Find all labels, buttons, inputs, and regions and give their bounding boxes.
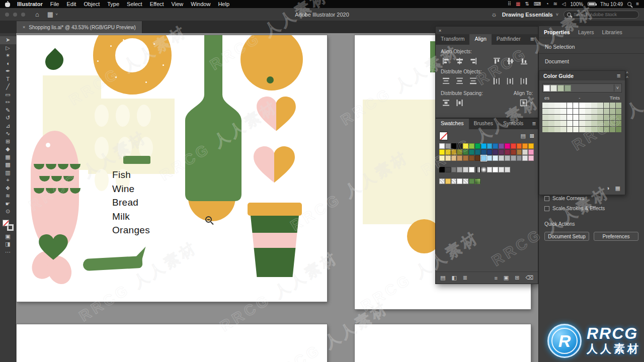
align-tab-transform[interactable]: Transform	[436, 34, 469, 45]
more-tools-icon[interactable]: ⋯	[0, 248, 16, 256]
align-horizontal-center-icon[interactable]	[454, 56, 465, 66]
distribute-vertical-top-icon[interactable]	[441, 76, 451, 86]
green-heart-shape[interactable]	[39, 234, 68, 260]
swatch[interactable]	[528, 143, 534, 149]
tint-swatch[interactable]	[616, 103, 622, 108]
wifi-icon[interactable]: ≋	[553, 1, 557, 7]
swatch[interactable]	[505, 155, 510, 161]
tint-swatch[interactable]	[610, 121, 616, 126]
scale-corners-checkbox[interactable]	[544, 196, 549, 201]
tint-swatch[interactable]	[573, 127, 579, 132]
window-controls[interactable]	[5, 13, 25, 17]
shopping-list-item[interactable]: Milk	[112, 210, 150, 224]
swatch[interactable]	[469, 149, 474, 155]
tint-swatch[interactable]	[560, 127, 567, 132]
dock-tab-properties[interactable]: Properties	[544, 29, 570, 35]
apple-menu-icon[interactable]	[5, 1, 10, 7]
swatch[interactable]	[481, 155, 487, 161]
tint-swatch[interactable]	[567, 103, 573, 108]
dock-tab-libraries[interactable]: Libraries	[602, 29, 622, 35]
tint-swatch[interactable]	[579, 109, 585, 114]
swatch[interactable]	[451, 155, 457, 161]
document-setup-button[interactable]: Document Setup	[544, 232, 589, 241]
shaper-tool[interactable]: ✎	[0, 107, 16, 115]
volume-icon[interactable]: ◁	[562, 1, 566, 7]
align-tab-pathfinder[interactable]: Pathfinder	[492, 34, 526, 45]
swatch[interactable]	[528, 149, 534, 155]
arrange-chevron-icon[interactable]: ˅	[55, 12, 58, 17]
blend-tool[interactable]: ❖	[0, 185, 16, 193]
tint-swatch[interactable]	[548, 127, 554, 132]
tint-swatch[interactable]	[567, 121, 573, 126]
tint-swatch[interactable]	[579, 115, 585, 120]
menu-effect[interactable]: Effect	[150, 1, 164, 7]
swatch[interactable]	[481, 149, 487, 155]
menu-object[interactable]: Object	[84, 1, 100, 7]
tint-swatch[interactable]	[597, 109, 603, 114]
input-source-icon[interactable]: ⠿	[508, 1, 511, 7]
tint-swatch[interactable]	[610, 115, 616, 120]
dock-tab-layers[interactable]: Layers	[578, 29, 594, 35]
swatch[interactable]	[457, 143, 462, 149]
grid-view-icon[interactable]: ⊞	[530, 133, 534, 139]
align-to-button[interactable]: ˅	[518, 98, 533, 108]
swatch[interactable]	[517, 143, 522, 149]
distribute-vertical-center-icon[interactable]	[454, 76, 465, 86]
color-guide-swatch[interactable]	[565, 85, 571, 92]
donut-shape[interactable]	[93, 35, 172, 95]
swatch[interactable]	[475, 149, 480, 155]
swatch[interactable]	[439, 167, 445, 172]
bulb-icon[interactable]: ☼	[491, 11, 497, 18]
menu-window[interactable]: Window	[191, 1, 210, 7]
swatch[interactable]	[511, 143, 516, 149]
swatch[interactable]	[439, 149, 445, 155]
swatch[interactable]	[511, 149, 516, 155]
magic-wand-tool[interactable]: ✶	[0, 52, 16, 60]
align-vertical-top-icon[interactable]	[492, 56, 502, 66]
swatch[interactable]	[451, 149, 457, 155]
swatch[interactable]	[493, 167, 498, 172]
tint-swatch[interactable]	[604, 121, 610, 126]
swatch[interactable]	[463, 149, 468, 155]
eyedropper-tool[interactable]: ⌖	[0, 176, 16, 185]
width-tool[interactable]: ∿	[0, 130, 16, 138]
align-panel-menu-icon[interactable]: ≣	[527, 34, 538, 45]
tint-swatch[interactable]	[560, 115, 567, 120]
tint-swatch[interactable]	[548, 115, 554, 120]
hand-tool[interactable]: ☛	[0, 200, 16, 208]
coffee-cup-body[interactable]	[251, 216, 299, 277]
tint-swatch[interactable]	[567, 109, 573, 114]
new-color-group-icon[interactable]: ▣	[504, 275, 509, 281]
selection-tool[interactable]: ➤	[0, 36, 16, 44]
close-tab-icon[interactable]: ×	[23, 25, 25, 30]
keyboard-icon[interactable]: ⌨	[534, 1, 541, 7]
artboard-1[interactable]: FishWineBreadMilkOranges	[17, 35, 327, 302]
menu-view[interactable]: View	[172, 1, 184, 7]
tint-swatch[interactable]	[585, 115, 591, 120]
tint-swatch[interactable]	[573, 103, 579, 108]
swatch[interactable]	[469, 167, 474, 172]
horizontal-distribute-space-icon[interactable]	[454, 98, 465, 108]
swatch[interactable]	[451, 178, 457, 184]
tint-swatch[interactable]	[610, 109, 616, 114]
tint-swatch[interactable]	[597, 121, 603, 126]
perspective-grid-tool[interactable]: ▦	[0, 153, 16, 161]
swatch[interactable]	[451, 143, 457, 149]
coffee-cup-lid[interactable]	[248, 203, 302, 216]
tint-swatch[interactable]	[597, 127, 603, 132]
tint-swatch[interactable]	[616, 115, 622, 120]
fill-none-swatch[interactable]	[439, 132, 448, 140]
swatch[interactable]	[457, 155, 462, 161]
swatches-tab-symbols[interactable]: Symbols	[498, 119, 528, 129]
swatch-libraries-icon[interactable]: ▤	[440, 275, 445, 281]
align-vertical-center-icon[interactable]	[505, 56, 516, 66]
swatch[interactable]	[463, 143, 468, 149]
pen-tool[interactable]: ✒	[0, 67, 16, 75]
tint-swatch[interactable]	[548, 103, 554, 108]
tint-swatch[interactable]	[542, 109, 548, 114]
menu-edit[interactable]: Edit	[66, 1, 76, 7]
home-icon[interactable]: ⌂	[35, 11, 39, 18]
swatch[interactable]	[481, 167, 487, 172]
swatch[interactable]	[487, 143, 493, 149]
distribute-horizontal-right-icon[interactable]	[519, 76, 529, 86]
